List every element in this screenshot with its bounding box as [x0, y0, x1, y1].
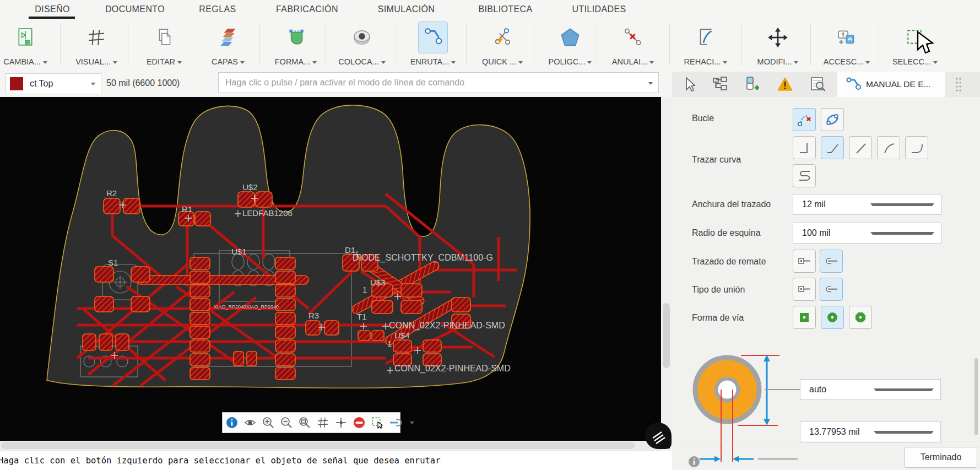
chevron-down-icon: [240, 61, 245, 64]
junction-square-button[interactable]: [793, 278, 816, 301]
ref-label: U$2: [242, 182, 258, 192]
menu-diseno[interactable]: DISEÑO: [22, 0, 83, 19]
chevron-down-icon[interactable]: [410, 422, 414, 424]
toolbar-group-label: QUICK ...: [468, 57, 537, 66]
corner-diagonal-button[interactable]: [849, 136, 872, 159]
menu-biblioteca[interactable]: BIBLIOTECA: [471, 0, 540, 19]
warning-icon[interactable]: [777, 76, 793, 93]
chevron-down-icon: [587, 61, 592, 64]
move-icon: [764, 22, 792, 53]
done-button[interactable]: Terminado: [905, 447, 977, 468]
toolbar-group-label: FORMA...: [262, 57, 330, 66]
menu-documento[interactable]: DOCUMENTO: [99, 0, 171, 19]
info-icon[interactable]: [688, 456, 700, 468]
trace-end-label: Trazado de remate: [692, 257, 766, 267]
trace-curve-label: Trazar curva: [692, 155, 741, 165]
via-diameter-dropdown[interactable]: auto: [800, 379, 941, 400]
trace-width-dropdown[interactable]: 12 mil: [793, 194, 941, 215]
menu-utilidades[interactable]: UTILIDADES: [565, 0, 634, 19]
via-octagon-button[interactable]: [849, 306, 872, 329]
loop-remove-button[interactable]: [793, 108, 816, 131]
layer-select[interactable]: ct Top: [6, 73, 101, 94]
viewport-toolbar: [222, 412, 400, 433]
scrollbar-thumb[interactable]: [663, 303, 670, 368]
pcb-editor-window: DISEÑO DOCUMENTO REGLAS FABRICACIÓN SIMU…: [0, 0, 980, 470]
command-input[interactable]: [219, 73, 655, 93]
pcb-canvas[interactable]: R2 U$2 R1 LEDFAB1206 U$1 S1 D1 DIODE_SCH…: [0, 97, 661, 441]
menu-simulacion[interactable]: SIMULACIÓN: [372, 0, 441, 19]
ref-label: U$3: [370, 278, 386, 287]
toolbar-group-quick[interactable]: QUICK ...: [468, 19, 537, 69]
grid-icon[interactable]: [317, 417, 329, 429]
trace-end-square-button[interactable]: [793, 250, 816, 273]
toolbar-group-accesorios[interactable]: ACCESC...: [813, 19, 881, 69]
ref-label: R1: [182, 204, 192, 214]
canvas-horizontal-scrollbar[interactable]: [0, 441, 661, 451]
hierarchy-icon[interactable]: [712, 76, 728, 93]
info-icon[interactable]: [226, 417, 238, 429]
toolbar-group-seleccionar[interactable]: SELECC...: [881, 19, 949, 69]
toolbar-group-editar[interactable]: EDITAR: [130, 19, 198, 69]
toolbar-group-colocar[interactable]: COLOCA...: [328, 19, 396, 69]
visibility-icon[interactable]: [244, 417, 256, 429]
corner-45-button[interactable]: [821, 136, 844, 159]
zoom-window-icon[interactable]: [299, 417, 311, 429]
toolbar-group-poligono[interactable]: POLIGC...: [536, 19, 604, 69]
chevron-down-icon: [874, 431, 934, 434]
grid-icon: [82, 22, 111, 53]
pan-zoom-widget[interactable]: [643, 421, 673, 451]
chevron-down-icon[interactable]: [648, 82, 653, 85]
chevron-down-icon: [649, 61, 654, 64]
add-component-icon[interactable]: [743, 76, 760, 93]
corner-radius-dropdown[interactable]: 100 mil: [793, 223, 941, 244]
via-drill-dropdown[interactable]: 13.77953 mil: [800, 422, 941, 442]
schematic-icon: [11, 22, 40, 53]
toolbar-group-visualizar[interactable]: VISUAL...: [62, 19, 131, 69]
via-round-button[interactable]: [821, 306, 844, 329]
via-square-button[interactable]: [793, 306, 816, 329]
cursor-icon[interactable]: [682, 76, 699, 93]
toolbar-group-modificar[interactable]: MODIFI...: [744, 19, 812, 69]
layer-command-bar: ct Top 50 mil (6600 1000): [0, 69, 672, 97]
toolbar-group-label: SELECC...: [881, 57, 949, 66]
zoom-out-icon[interactable]: [280, 417, 293, 429]
corner-arc-button[interactable]: [877, 136, 900, 159]
via-diameter-value: auto: [809, 385, 865, 395]
tab-manual-route[interactable]: MANUAL DE E...: [837, 72, 945, 97]
s-curve-button[interactable]: [793, 164, 816, 187]
loop-keep-button[interactable]: [821, 108, 844, 131]
chevron-down-icon: [933, 61, 938, 64]
route-tool-icon[interactable]: [389, 417, 402, 429]
corner-90-button[interactable]: [793, 136, 816, 159]
chevron-down-icon: [91, 83, 95, 85]
chevron-down-icon: [870, 232, 934, 235]
toolbar-group-cambiar[interactable]: CAMBIA...: [0, 19, 59, 69]
toolbar-group-enrutar[interactable]: ENRUTA...: [399, 19, 467, 69]
ref-label: CONN_02X2-PINHEAD-SMD: [394, 364, 511, 374]
inspect-icon[interactable]: [810, 76, 826, 93]
chevron-down-icon: [874, 388, 934, 391]
crosshair-icon[interactable]: [335, 417, 347, 429]
toolbar-group-anular[interactable]: ANULAI...: [599, 19, 667, 69]
menu-fabricacion[interactable]: FABRICACIÓN: [270, 0, 344, 19]
zoom-in-icon[interactable]: [262, 417, 274, 429]
documents-icon: [150, 22, 178, 53]
panel-drag-handle-icon[interactable]: [955, 77, 962, 93]
junction-round-button[interactable]: [820, 278, 843, 301]
stop-icon[interactable]: [353, 417, 365, 429]
select-box-icon[interactable]: [371, 417, 383, 429]
canvas-vertical-scrollbar[interactable]: [661, 97, 672, 441]
trace-end-round-button[interactable]: [820, 250, 843, 273]
route-icon: [419, 22, 447, 53]
route-icon: [845, 76, 862, 93]
menu-reglas[interactable]: REGLAS: [187, 0, 248, 19]
ref-label: U$4: [394, 331, 410, 340]
toolbar-group-rehacer[interactable]: REHACI...: [672, 19, 740, 69]
corner-round-button[interactable]: [905, 136, 928, 159]
toolbar-group-forma[interactable]: FORMA...: [262, 19, 330, 69]
scrollbar-thumb[interactable]: [1, 442, 635, 449]
panel-scrollbar-thumb[interactable]: [974, 358, 978, 435]
ref-label: CONN_02X2-PINHEAD-SMD: [389, 321, 505, 331]
toolbar-group-capas[interactable]: CAPAS: [194, 19, 262, 69]
toolbar-separator: [326, 23, 326, 65]
